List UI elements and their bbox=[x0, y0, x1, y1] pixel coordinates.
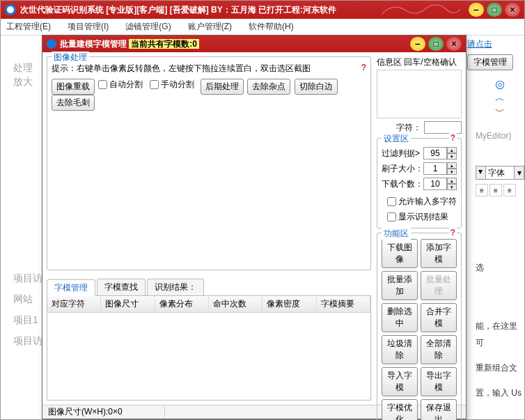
spin-down-button[interactable]: ▾ bbox=[447, 184, 457, 190]
circle-icon[interactable]: ◎ bbox=[495, 77, 505, 91]
menu-help[interactable]: 软件帮助(H) bbox=[249, 21, 294, 33]
model-count: 当前共有字模数:0 bbox=[129, 39, 199, 49]
col-char[interactable]: 对应字符 bbox=[47, 296, 101, 312]
dialog-titlebar[interactable]: 批量建模字模管理 当前共有字模数:0 ‒ □ × bbox=[42, 36, 466, 52]
trim-white-button[interactable]: 切除白边 bbox=[295, 79, 338, 95]
font-model-manage-button[interactable]: 字模管理 bbox=[467, 54, 513, 70]
spin-down-button[interactable]: ▾ bbox=[447, 153, 457, 160]
main-minimize-button[interactable]: ‒ bbox=[469, 3, 484, 17]
bg-label: 处理 bbox=[13, 62, 33, 75]
dialog-icon bbox=[47, 39, 56, 49]
arrow-down-icon[interactable]: ﹀ bbox=[495, 106, 505, 118]
align-icon[interactable]: ≡ bbox=[503, 184, 516, 196]
tab-recognize-result[interactable]: 识别结果： bbox=[147, 279, 204, 295]
col-dist[interactable]: 像素分布 bbox=[155, 296, 209, 312]
char-input[interactable] bbox=[424, 121, 462, 134]
add-model-button[interactable]: 添加字模 bbox=[421, 239, 457, 268]
bg-label: 项目访 bbox=[13, 272, 42, 285]
image-processing-group: 图像处理 提示：右键单击像素反转颜色，左键按下拖拉连续置白，双击选区截图 ? 图… bbox=[47, 56, 371, 270]
main-titlebar[interactable]: 次世代验证码识别系统 [专业版][客户端] [吾爱破解] BY：五月海 已打开工… bbox=[1, 1, 524, 19]
click-link[interactable]: 请点击 bbox=[467, 39, 492, 49]
delete-selected-button[interactable]: 删除选中 bbox=[382, 303, 418, 332]
menubar: 工程管理(E) 项目管理(I) 滤镜管理(G) 账户管理(Z) 软件帮助(H) bbox=[1, 19, 524, 36]
show-result-checkbox[interactable]: 显示识别结果 bbox=[387, 211, 448, 223]
app-icon bbox=[5, 4, 16, 15]
spin-up-button[interactable]: ▴ bbox=[447, 162, 457, 169]
font-prev-button[interactable]: ▾ bbox=[476, 166, 485, 180]
reload-image-button[interactable]: 图像重载 bbox=[52, 79, 95, 95]
import-model-button[interactable]: 导入字模 bbox=[382, 367, 418, 396]
titlebar-swirl-decoration bbox=[378, 1, 462, 19]
denoise-button[interactable]: 去除杂点 bbox=[247, 79, 290, 95]
menu-account[interactable]: 账户管理(Z) bbox=[188, 21, 232, 33]
settings-group: 设置区 ? 过滤判据> ▴▾ 刷子大小： ▴▾ 下载个数： ▴▾ 允许输入多字符… bbox=[377, 138, 462, 228]
spin-up-button[interactable]: ▴ bbox=[447, 147, 457, 153]
help-icon[interactable]: ? bbox=[449, 228, 457, 238]
filter-label: 过滤判据> bbox=[382, 148, 420, 160]
export-model-button[interactable]: 导出字模 bbox=[421, 367, 457, 396]
group-title: 功能区 bbox=[382, 228, 411, 240]
spin-up-button[interactable]: ▴ bbox=[447, 178, 457, 184]
hint-text: 提示：右键单击像素反转颜色，左键按下拖拉连续置白，双击选区截图 bbox=[52, 63, 311, 73]
col-summary[interactable]: 字模摘要 bbox=[317, 296, 370, 312]
menu-item[interactable]: 项目管理(I) bbox=[68, 21, 109, 33]
menu-filter[interactable]: 滤镜管理(G) bbox=[125, 21, 171, 33]
batch-add-button[interactable]: 批量添加 bbox=[382, 271, 418, 300]
function-group: 功能区 ? 下载图像 添加字模 批量添加 批量处理 删除选中 合并字模 垃圾清除… bbox=[377, 233, 462, 420]
deburr-button[interactable]: 去除毛刺 bbox=[52, 95, 95, 111]
dialog-maximize-button[interactable]: □ bbox=[428, 37, 444, 51]
model-table[interactable]: 对应字符 图像尺寸 像素分布 命中次数 像素密度 字模摘要 bbox=[47, 296, 371, 400]
main-close-button[interactable]: × bbox=[505, 3, 520, 17]
tabs: 字模管理 字模查找 识别结果： bbox=[47, 279, 371, 296]
bg-label: 项目1 bbox=[13, 314, 38, 327]
clear-all-button[interactable]: 全部清除 bbox=[421, 335, 457, 364]
font-select[interactable]: 字体 bbox=[485, 166, 515, 180]
post-process-button[interactable]: 后期处理 bbox=[201, 79, 244, 95]
count-input[interactable] bbox=[423, 178, 447, 190]
download-image-button[interactable]: 下载图像 bbox=[382, 239, 418, 268]
align-icon[interactable]: ≡ bbox=[476, 184, 488, 196]
arrow-up-icon[interactable]: ︿ bbox=[495, 92, 505, 104]
align-icon[interactable]: ≡ bbox=[489, 184, 502, 196]
bg-text: 选 bbox=[476, 259, 524, 276]
group-title: 设置区 bbox=[382, 133, 411, 145]
bg-text: 置，输入 Us bbox=[476, 384, 524, 401]
optimize-model-button[interactable]: 字模优化 bbox=[382, 399, 418, 420]
main-maximize-button[interactable]: □ bbox=[487, 3, 502, 17]
batch-process-button[interactable]: 批量处理 bbox=[421, 271, 457, 300]
col-density[interactable]: 像素密度 bbox=[262, 296, 316, 312]
col-hits[interactable]: 命中次数 bbox=[209, 296, 262, 312]
count-label: 下载个数： bbox=[382, 178, 423, 190]
font-dropdown-button[interactable]: ▾ bbox=[515, 166, 524, 180]
dialog-title: 批量建模字模管理 当前共有字模数:0 bbox=[60, 38, 410, 50]
dialog-minimize-button[interactable]: ‒ bbox=[410, 37, 425, 51]
brush-input[interactable] bbox=[423, 162, 447, 175]
menu-project[interactable]: 工程管理(E) bbox=[6, 21, 51, 33]
bg-text: 重新组合文 bbox=[476, 359, 524, 376]
merge-model-button[interactable]: 合并字模 bbox=[421, 303, 457, 332]
col-size[interactable]: 图像尺寸 bbox=[101, 296, 155, 312]
tab-model-manage[interactable]: 字模管理 bbox=[47, 279, 95, 296]
spin-down-button[interactable]: ▾ bbox=[447, 169, 457, 175]
help-icon[interactable]: ? bbox=[449, 133, 457, 143]
info-box bbox=[377, 70, 462, 118]
image-canvas[interactable] bbox=[52, 115, 366, 265]
tab-model-search[interactable]: 字模查找 bbox=[97, 279, 146, 295]
bg-label: 放大 bbox=[13, 76, 33, 88]
myeditor-label: MyEditor) bbox=[476, 131, 524, 141]
multi-char-checkbox[interactable]: 允许输入多字符 bbox=[387, 196, 457, 208]
bg-text: 能，在这里可 bbox=[476, 318, 524, 351]
brush-label: 刷子大小： bbox=[382, 163, 423, 175]
auto-split-checkbox[interactable]: 自动分割 bbox=[98, 79, 143, 91]
help-icon[interactable]: ? bbox=[361, 63, 366, 72]
status-image-size: 图像尺寸(W×H):0×0 bbox=[48, 406, 165, 418]
bg-label: 项目访 bbox=[13, 335, 42, 348]
save-exit-button[interactable]: 保存退出 bbox=[421, 399, 457, 420]
manual-split-checkbox[interactable]: 手动分割 bbox=[150, 79, 194, 91]
clear-trash-button[interactable]: 垃圾清除 bbox=[382, 335, 418, 364]
char-label: 字符： bbox=[396, 122, 421, 134]
right-panel: ◎ ︿ ﹀ MyEditor) ▾ 字体 ▾ ≡ ≡ ≡ 选 能，在这里可 重新… bbox=[476, 77, 524, 401]
group-title: 图像处理 bbox=[52, 52, 89, 63]
dialog-close-button[interactable]: × bbox=[446, 37, 462, 51]
filter-input[interactable] bbox=[423, 147, 447, 160]
